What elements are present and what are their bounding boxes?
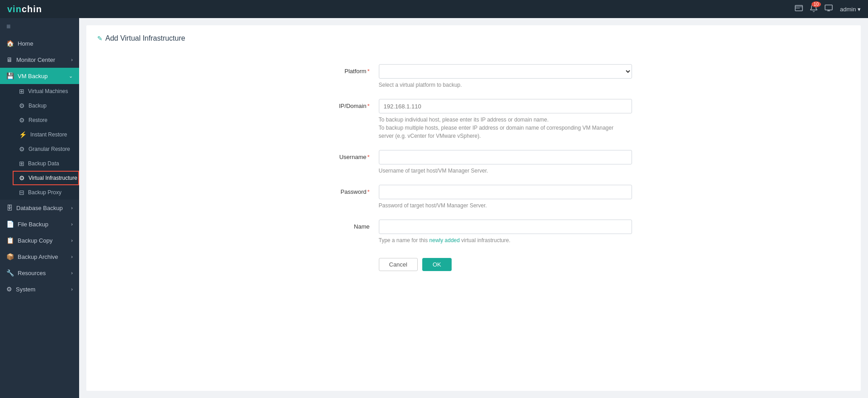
form-row-ip-domain: IP/Domain* To backup individual host, pl…: [316, 99, 632, 140]
chevron-right-icon: ›: [71, 238, 73, 243]
form-row-platform: Platform* Select a virtual platform to b…: [316, 64, 632, 89]
sidebar-toggle[interactable]: ≡: [0, 18, 79, 35]
sidebar-item-label: Backup: [28, 103, 47, 109]
sidebar-item-label: Granular Restore: [28, 146, 70, 152]
sidebar-item-granular-restore[interactable]: ⚙ Granular Restore: [13, 142, 79, 156]
sidebar-item-label: Home: [18, 40, 33, 47]
edit-icon: ✎: [97, 35, 103, 42]
monitor-icon[interactable]: [825, 5, 833, 14]
backup-proxy-icon: ⊟: [19, 189, 24, 196]
sidebar-item-label: Restore: [28, 117, 47, 123]
password-label: Password*: [316, 185, 370, 195]
chevron-right-icon: ›: [71, 221, 73, 227]
copy-icon: 📋: [6, 237, 14, 244]
logo-v: vin: [7, 4, 22, 14]
page-title: ✎ Add Virtual Infrastructure: [97, 34, 850, 42]
user-menu[interactable]: admin ▾: [840, 6, 861, 13]
notification-badge: 10: [811, 1, 821, 7]
name-field: Type a name for this newly added virtual…: [379, 220, 632, 244]
ip-domain-input[interactable]: [379, 99, 632, 113]
page-title-text: Add Virtual Infrastructure: [105, 34, 185, 42]
sidebar-item-instant-restore[interactable]: ⚡ Instant Restore: [13, 127, 79, 142]
sidebar-item-system[interactable]: ⚙ System ›: [0, 281, 79, 297]
svg-rect-3: [825, 5, 832, 10]
backup-data-icon: ⊞: [19, 160, 24, 167]
cancel-button[interactable]: Cancel: [379, 258, 418, 271]
ip-domain-label: IP/Domain*: [316, 99, 370, 109]
chevron-down-icon: ⌄: [69, 73, 73, 79]
logo-chin: chin: [22, 4, 42, 14]
archive-icon: 📦: [6, 253, 14, 260]
layout: ≡ 🏠 Home 🖥 Monitor Center › 💾 VM Backup …: [0, 18, 868, 398]
username-field: Username of target host/VM Manager Serve…: [379, 150, 632, 175]
username-hint: Username of target host/VM Manager Serve…: [379, 167, 632, 175]
sidebar-item-home[interactable]: 🏠 Home: [0, 35, 79, 52]
sidebar-item-backup-proxy[interactable]: ⊟ Backup Proxy: [13, 185, 79, 200]
chevron-right-icon: ›: [71, 57, 73, 62]
grid-icon: ⊞: [19, 88, 24, 95]
backup-icon: ⚙: [19, 102, 25, 109]
logo: vinchin: [7, 4, 42, 14]
ip-domain-field: To backup individual host, please enter …: [379, 99, 632, 140]
platform-hint: Select a virtual platform to backup.: [379, 81, 632, 89]
platform-select[interactable]: [379, 64, 632, 79]
sidebar-item-backup[interactable]: ⚙ Backup: [13, 98, 79, 113]
sidebar-item-resources[interactable]: 🔧 Resources ›: [0, 265, 79, 281]
form-row-password: Password* Password of target host/VM Man…: [316, 185, 632, 210]
notifications-icon[interactable]: 10: [810, 4, 817, 14]
system-icon: ⚙: [6, 286, 12, 293]
name-label: Name: [316, 220, 370, 230]
topbar: vinchin 10 admin ▾: [0, 0, 868, 18]
vm-backup-icon: 💾: [6, 72, 14, 80]
sidebar-item-monitor-center[interactable]: 🖥 Monitor Center ›: [0, 52, 79, 68]
topbar-right: 10 admin ▾: [795, 4, 861, 14]
resources-icon: 🔧: [6, 269, 14, 276]
name-hint: Type a name for this newly added virtual…: [379, 236, 632, 244]
restore-icon: ⚙: [19, 117, 25, 124]
file-icon: 📄: [6, 220, 14, 228]
database-icon: 🗄: [6, 204, 13, 211]
sidebar-item-label: Virtual Machines: [28, 88, 68, 94]
password-input[interactable]: [379, 185, 632, 199]
username-label: Username*: [316, 150, 370, 160]
ok-button[interactable]: OK: [422, 258, 452, 271]
form-actions: Cancel OK: [316, 258, 632, 271]
home-icon: 🏠: [6, 40, 14, 47]
instant-restore-icon: ⚡: [19, 131, 27, 138]
main-content: ✎ Add Virtual Infrastructure Platform* S…: [79, 18, 868, 398]
form-container: Platform* Select a virtual platform to b…: [316, 55, 632, 280]
chevron-right-icon: ›: [71, 286, 73, 292]
name-hint-link[interactable]: newly added: [429, 237, 460, 243]
sidebar-item-virtual-infrastructure[interactable]: ⚙ Virtual Infrastructure: [13, 171, 79, 185]
password-hint: Password of target host/VM Manager Serve…: [379, 201, 632, 210]
sidebar-item-label: Backup Copy: [18, 237, 52, 244]
sidebar-item-label: Database Backup: [16, 205, 63, 211]
sidebar-item-label: Monitor Center: [16, 56, 55, 63]
name-input[interactable]: [379, 220, 632, 234]
sidebar-item-file-backup[interactable]: 📄 File Backup ›: [0, 216, 79, 232]
messages-icon[interactable]: [795, 5, 803, 13]
sidebar-item-vm-backup[interactable]: 💾 VM Backup ⌄: [0, 68, 79, 84]
content-area: ✎ Add Virtual Infrastructure Platform* S…: [86, 25, 861, 391]
sidebar-item-restore[interactable]: ⚙ Restore: [13, 113, 79, 127]
sidebar-item-label: Backup Data: [28, 160, 59, 167]
username-input[interactable]: [379, 150, 632, 164]
monitor-center-icon: 🖥: [6, 56, 13, 63]
sidebar-item-backup-copy[interactable]: 📋 Backup Copy ›: [0, 232, 79, 248]
sidebar-item-backup-archive[interactable]: 📦 Backup Archive ›: [0, 248, 79, 265]
sidebar-item-label: Resources: [18, 270, 46, 276]
sidebar-item-backup-data[interactable]: ⊞ Backup Data: [13, 156, 79, 171]
sidebar-item-label: Instant Restore: [30, 131, 67, 138]
sidebar-item-virtual-machines[interactable]: ⊞ Virtual Machines: [13, 84, 79, 98]
ip-domain-hint: To backup individual host, please enter …: [379, 116, 632, 140]
sidebar-item-label: Backup Proxy: [28, 189, 61, 196]
platform-field: Select a virtual platform to backup.: [379, 64, 632, 89]
password-field: Password of target host/VM Manager Serve…: [379, 185, 632, 210]
vm-backup-submenu: ⊞ Virtual Machines ⚙ Backup ⚙ Restore ⚡ …: [0, 84, 79, 200]
chevron-right-icon: ›: [71, 205, 73, 211]
sidebar-item-database-backup[interactable]: 🗄 Database Backup ›: [0, 200, 79, 216]
chevron-right-icon: ›: [71, 254, 73, 259]
sidebar-item-label: VM Backup: [18, 73, 47, 80]
sidebar-item-label: File Backup: [18, 221, 48, 228]
virtual-infrastructure-icon: ⚙: [19, 174, 25, 182]
